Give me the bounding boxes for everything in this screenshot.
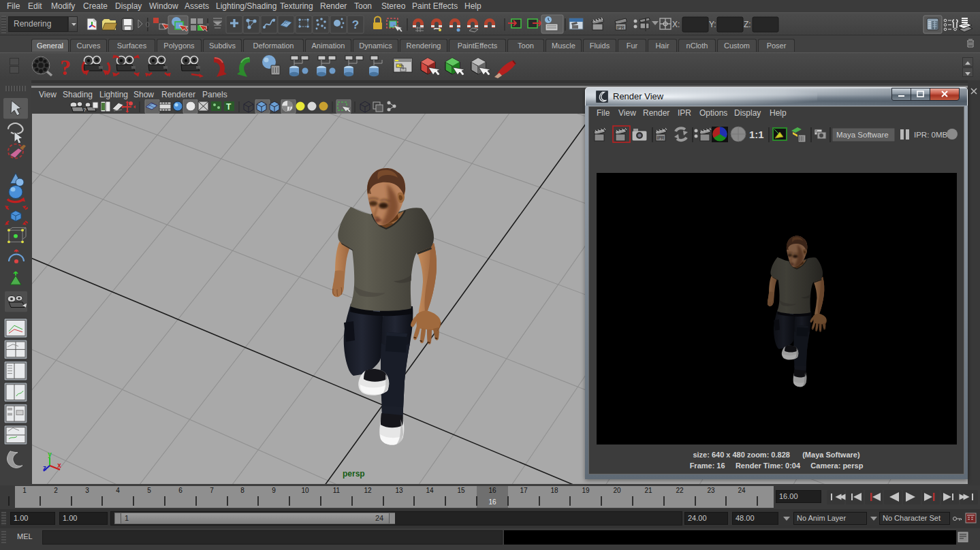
svg-text:11: 11 bbox=[333, 487, 341, 494]
svg-text:21: 21 bbox=[644, 487, 652, 494]
svg-text:?: ? bbox=[83, 107, 86, 113]
svg-text:9: 9 bbox=[272, 487, 276, 494]
svg-text:8: 8 bbox=[240, 487, 244, 494]
svg-text:6: 6 bbox=[178, 487, 183, 494]
svg-text:IPR: IPR bbox=[657, 135, 665, 140]
svg-text:Z:: Z: bbox=[744, 20, 751, 29]
svg-text:T: T bbox=[226, 102, 232, 112]
svg-text:5: 5 bbox=[147, 487, 151, 494]
svg-text:12: 12 bbox=[364, 487, 372, 494]
svg-text:14: 14 bbox=[426, 487, 434, 494]
svg-text:1: 1 bbox=[22, 487, 27, 494]
svg-text:persp: persp bbox=[343, 469, 365, 479]
svg-text:z: z bbox=[43, 464, 46, 472]
svg-text:y: y bbox=[48, 451, 52, 458]
svg-text:16: 16 bbox=[488, 487, 496, 494]
svg-text:?: ? bbox=[60, 55, 71, 80]
svg-text:22: 22 bbox=[676, 487, 684, 494]
svg-text:1:1: 1:1 bbox=[749, 129, 764, 140]
svg-text:15: 15 bbox=[457, 487, 465, 494]
svg-text:2: 2 bbox=[54, 487, 58, 494]
svg-text:X:: X: bbox=[672, 20, 680, 29]
svg-text:Maya Software: Maya Software bbox=[836, 131, 889, 139]
svg-text:16: 16 bbox=[488, 498, 496, 506]
svg-text:IPR: 0MB: IPR: 0MB bbox=[914, 131, 948, 139]
svg-text:19: 19 bbox=[582, 487, 590, 494]
svg-text:4: 4 bbox=[116, 487, 120, 494]
svg-text:17: 17 bbox=[520, 487, 528, 494]
svg-text:?: ? bbox=[352, 18, 359, 31]
svg-text:13: 13 bbox=[395, 487, 403, 494]
svg-text:3: 3 bbox=[85, 487, 89, 494]
svg-text:IPR: IPR bbox=[616, 25, 625, 30]
svg-text:18: 18 bbox=[550, 487, 558, 494]
svg-text:24: 24 bbox=[738, 487, 746, 494]
svg-text:x: x bbox=[57, 462, 61, 469]
svg-text:10: 10 bbox=[301, 487, 309, 494]
svg-text:Y:: Y: bbox=[709, 20, 716, 29]
svg-text:23: 23 bbox=[707, 487, 715, 494]
svg-text:20: 20 bbox=[613, 487, 621, 494]
svg-text:7: 7 bbox=[210, 487, 214, 494]
